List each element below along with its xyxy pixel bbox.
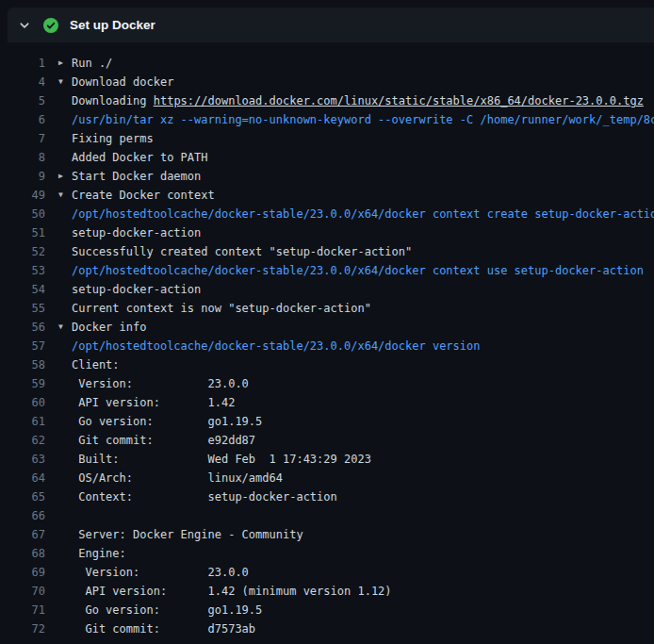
log-plain-text: API version: 1.42 (minimum version 1.12): [72, 585, 392, 598]
log-line: 66: [0, 506, 654, 525]
line-number[interactable]: 66: [0, 506, 45, 525]
log-plain-text: OS/Arch: linux/amd64: [72, 471, 283, 485]
line-number[interactable]: 50: [0, 205, 45, 223]
log-text: Downloading https://download.docker.com/…: [72, 91, 644, 110]
log-plain-text: Context: setup-docker-action: [72, 490, 337, 504]
line-number[interactable]: 5: [0, 91, 45, 110]
line-number[interactable]: 58: [0, 355, 45, 374]
line-number[interactable]: 62: [0, 431, 45, 450]
log-text: Engine:: [72, 544, 126, 563]
line-number[interactable]: 7: [0, 129, 45, 148]
line-number[interactable]: 63: [0, 450, 45, 469]
log-text: Successfully created context "setup-dock…: [72, 242, 412, 261]
log-viewer: 1▶Run ./4▼Download docker5Downloading ht…: [0, 42, 654, 638]
log-text: Context: setup-docker-action: [72, 487, 337, 506]
log-group-line[interactable]: 4▼Download docker: [0, 73, 654, 91]
line-number[interactable]: 6: [0, 110, 45, 129]
line-number[interactable]: 59: [0, 374, 45, 393]
step-header[interactable]: Set up Docker: [8, 8, 654, 42]
log-group-line[interactable]: 56▼Docker info: [0, 318, 654, 337]
toggle-spacer: [58, 242, 72, 261]
expand-group-icon[interactable]: ▶: [58, 54, 72, 73]
log-command-text: /opt/hostedtoolcache/docker-stable/23.0.…: [72, 207, 654, 221]
line-number[interactable]: 53: [0, 261, 45, 280]
line-number[interactable]: 64: [0, 469, 45, 487]
line-number[interactable]: 56: [0, 318, 45, 337]
expand-group-icon[interactable]: ▶: [58, 167, 72, 186]
line-number[interactable]: 68: [0, 544, 45, 563]
line-number[interactable]: 9: [0, 167, 45, 186]
log-group-line[interactable]: 9▶Start Docker daemon: [0, 167, 654, 186]
toggle-spacer: [58, 506, 72, 525]
log-line: 70 API version: 1.42 (minimum version 1.…: [0, 582, 654, 601]
line-number[interactable]: 72: [0, 619, 45, 638]
log-plain-text: Successfully created context "setup-dock…: [72, 245, 412, 258]
log-line: 5Downloading https://download.docker.com…: [0, 91, 654, 110]
toggle-spacer: [58, 487, 72, 506]
log-line: 58Client:: [0, 355, 654, 374]
log-text: Built: Wed Feb 1 17:43:29 2023: [72, 450, 371, 469]
log-text: Added Docker to PATH: [72, 148, 208, 167]
log-plain-text: Version: 23.0.0: [72, 566, 249, 579]
log-text: Client:: [72, 355, 120, 374]
log-line: 64 OS/Arch: linux/amd64: [0, 469, 654, 487]
toggle-spacer: [58, 91, 72, 110]
log-line: 71 Go version: go1.19.5: [0, 601, 654, 619]
log-line: 61 Go version: go1.19.5: [0, 412, 654, 431]
line-number[interactable]: 67: [0, 525, 45, 544]
line-number[interactable]: 61: [0, 412, 45, 431]
log-line: 8Added Docker to PATH: [0, 148, 654, 167]
log-line: 67 Server: Docker Engine - Community: [0, 525, 654, 544]
log-command-text: /opt/hostedtoolcache/docker-stable/23.0.…: [72, 264, 644, 277]
line-number[interactable]: 49: [0, 186, 45, 205]
line-number[interactable]: 8: [0, 148, 45, 167]
toggle-spacer: [58, 205, 72, 223]
collapse-group-icon[interactable]: ▼: [58, 318, 72, 337]
log-plain-text: setup-docker-action: [72, 226, 201, 239]
toggle-spacer: [58, 223, 72, 242]
log-text: Git commit: d7573ab: [72, 619, 255, 638]
line-number[interactable]: 1: [0, 54, 45, 73]
line-number[interactable]: 55: [0, 299, 45, 318]
log-plain-text: Server: Docker Engine - Community: [72, 528, 303, 541]
log-command-text: /opt/hostedtoolcache/docker-stable/23.0.…: [72, 339, 480, 353]
line-number[interactable]: 60: [0, 393, 45, 412]
collapse-group-icon[interactable]: ▼: [58, 73, 72, 91]
line-number[interactable]: 52: [0, 242, 45, 261]
log-text: /usr/bin/tar xz --warning=no-unknown-key…: [72, 110, 654, 129]
log-link[interactable]: https://download.docker.com/linux/static…: [154, 94, 644, 107]
line-number[interactable]: 70: [0, 582, 45, 601]
log-line: 52Successfully created context "setup-do…: [0, 242, 654, 261]
collapse-group-icon[interactable]: ▼: [58, 186, 72, 205]
toggle-spacer: [58, 261, 72, 280]
log-line: 53/opt/hostedtoolcache/docker-stable/23.…: [0, 261, 654, 280]
line-number[interactable]: 54: [0, 280, 45, 299]
log-text: API version: 1.42 (minimum version 1.12): [72, 582, 392, 601]
log-plain-text: Docker info: [72, 321, 146, 334]
toggle-spacer: [58, 337, 72, 355]
log-line: 54setup-docker-action: [0, 280, 654, 299]
log-plain-text: Built: Wed Feb 1 17:43:29 2023: [72, 453, 371, 466]
line-number[interactable]: 65: [0, 487, 45, 506]
log-line: 6/usr/bin/tar xz --warning=no-unknown-ke…: [0, 110, 654, 129]
line-number[interactable]: 71: [0, 601, 45, 619]
log-line: 63 Built: Wed Feb 1 17:43:29 2023: [0, 450, 654, 469]
line-number[interactable]: 4: [0, 73, 45, 91]
log-group-line[interactable]: 49▼Create Docker context: [0, 186, 654, 205]
line-number[interactable]: 69: [0, 563, 45, 582]
log-line: 72 Git commit: d7573ab: [0, 619, 654, 638]
log-text: Version: 23.0.0: [72, 374, 249, 393]
line-number[interactable]: 51: [0, 223, 45, 242]
check-circle-icon: [43, 18, 58, 33]
log-command-text: /usr/bin/tar xz --warning=no-unknown-key…: [72, 113, 654, 126]
log-plain-text: Create Docker context: [72, 189, 215, 202]
log-group-line[interactable]: 1▶Run ./: [0, 54, 654, 73]
log-plain-text: Client:: [72, 358, 120, 372]
log-plain-text: Go version: go1.19.5: [72, 415, 262, 428]
log-text: Fixing perms: [72, 129, 154, 148]
log-plain-text: API version: 1.42: [72, 396, 235, 409]
log-plain-text: Downloading: [72, 94, 154, 107]
line-number[interactable]: 57: [0, 337, 45, 355]
toggle-spacer: [58, 525, 72, 544]
log-line: 62 Git commit: e92dd87: [0, 431, 654, 450]
